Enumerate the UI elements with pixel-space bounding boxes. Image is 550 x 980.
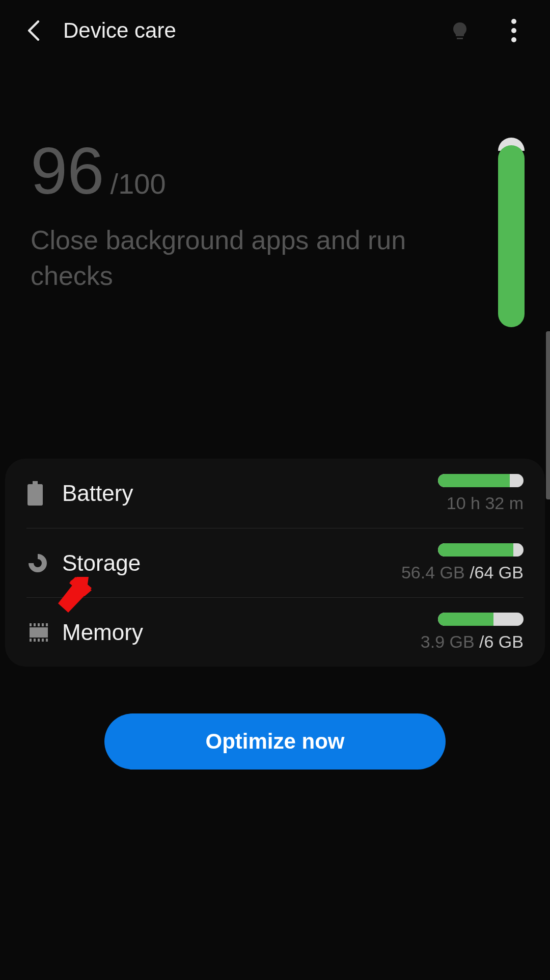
row-sub-dim: 3.9 GB [421, 632, 479, 651]
svg-point-0 [511, 19, 516, 24]
page-title: Device care [63, 18, 428, 43]
row-sub-strong: /6 GB [479, 632, 524, 651]
row-label: Memory [62, 620, 421, 645]
svg-point-2 [511, 37, 516, 42]
row-label: Battery [62, 481, 438, 506]
score-max: 100 [118, 167, 166, 200]
score-value: 96 [31, 138, 104, 204]
scrollbar-thumb[interactable] [546, 331, 550, 499]
battery-icon [26, 481, 62, 506]
row-storage[interactable]: Storage 56.4 GB /64 GB [26, 528, 524, 597]
svg-point-1 [511, 28, 516, 33]
svg-rect-9 [42, 623, 44, 626]
score-message: Close background apps and run checks [31, 222, 407, 294]
score-readout: 96 / 100 [31, 138, 519, 204]
score-sep: / [111, 167, 119, 200]
score-area: 96 / 100 Close background apps and run c… [0, 61, 550, 459]
svg-rect-15 [46, 639, 48, 642]
header: Device care [0, 0, 550, 61]
optimize-button[interactable]: Optimize now [104, 713, 446, 770]
row-meter: 3.9 GB /6 GB [421, 613, 524, 652]
row-label: Storage [62, 550, 401, 576]
svg-rect-12 [34, 639, 36, 642]
row-sub-dim: 56.4 GB [401, 563, 470, 582]
row-memory[interactable]: Memory 3.9 GB /6 GB [26, 597, 524, 667]
chip-icon [26, 622, 62, 643]
svg-rect-3 [33, 481, 38, 484]
row-sub-dim: 10 h 32 m [447, 493, 524, 513]
tips-button[interactable] [447, 18, 473, 43]
optimize-button-label: Optimize now [206, 729, 345, 754]
svg-rect-14 [42, 639, 44, 642]
svg-rect-11 [30, 639, 32, 642]
svg-rect-5 [30, 627, 48, 638]
svg-rect-6 [30, 623, 32, 626]
more-vert-icon [510, 18, 517, 43]
row-meter: 10 h 32 m [438, 474, 524, 513]
row-sub-strong: /64 GB [470, 563, 524, 582]
svg-rect-13 [38, 639, 40, 642]
status-panel: Battery 10 h 32 m Storage 56.4 GB /64 GB [5, 459, 545, 667]
donut-icon [26, 552, 62, 574]
row-meter: 56.4 GB /64 GB [401, 543, 524, 582]
row-battery[interactable]: Battery 10 h 32 m [26, 459, 524, 528]
svg-rect-7 [34, 623, 36, 626]
svg-rect-8 [38, 623, 40, 626]
svg-rect-4 [28, 484, 43, 506]
more-button[interactable] [501, 18, 527, 43]
svg-rect-10 [46, 623, 48, 626]
lightbulb-icon [450, 20, 470, 41]
score-bar [498, 138, 525, 327]
back-button[interactable] [23, 20, 44, 41]
chevron-left-icon [26, 20, 41, 41]
